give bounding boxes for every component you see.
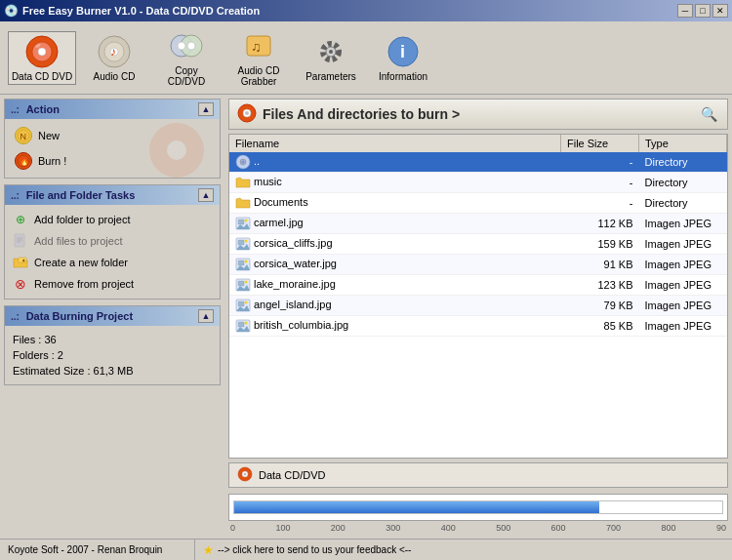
table-row[interactable]: carmel.jpg112 KBImagen JPEG xyxy=(229,214,727,234)
left-panel: ..: Action ▲ xyxy=(0,95,224,539)
files-label: Files : xyxy=(13,334,41,345)
toolbar-data-cd-dvd-label: Data CD DVD xyxy=(12,71,72,82)
svg-point-56 xyxy=(245,301,248,304)
files-count-line: Files : 36 xyxy=(13,334,212,345)
file-name-cell: lake_moraine.jpg xyxy=(229,275,561,296)
file-type-cell: Imagen JPEG xyxy=(639,275,727,296)
svg-point-60 xyxy=(245,322,248,325)
add-folder-task[interactable]: ⊕ Add folder to project xyxy=(11,211,214,228)
progress-track xyxy=(233,500,723,514)
status-left: Koyote Soft - 2007 - Renan Broquin xyxy=(0,540,195,560)
file-size-cell: 112 KB xyxy=(561,214,639,234)
toolbar-parameters-label: Parameters xyxy=(305,71,356,82)
minimize-button[interactable]: ─ xyxy=(677,4,693,18)
table-row[interactable]: corsica_water.jpg91 KBImagen JPEG xyxy=(229,255,727,275)
remove-icon: ⊗ xyxy=(13,276,28,292)
remove-task[interactable]: ⊗ Remove from project xyxy=(11,275,214,293)
new-icon: N xyxy=(15,127,32,144)
svg-text:♪: ♪ xyxy=(110,45,116,59)
burn-label: Burn ! xyxy=(38,155,66,167)
col-type[interactable]: Type xyxy=(639,135,727,152)
table-row[interactable]: british_columbia.jpg85 KBImagen JPEG xyxy=(229,316,727,337)
tasks-section: ..: File and Folder Tasks ▲ ⊕ Add folder… xyxy=(4,184,221,300)
table-row[interactable]: lake_moraine.jpg123 KBImagen JPEG xyxy=(229,275,727,296)
action-content: N New 🔥 Burn ! xyxy=(5,119,220,178)
table-row[interactable]: corsica_cliffs.jpg159 KBImagen JPEG xyxy=(229,234,727,255)
create-folder-task[interactable]: ✦ Create a new folder xyxy=(11,254,214,271)
file-type-cell: Directory xyxy=(639,173,727,193)
col-filename[interactable]: Filename xyxy=(229,135,561,152)
right-panel: Files And directories to burn > 🔍 Filena… xyxy=(224,95,732,539)
svg-text:N: N xyxy=(20,132,27,141)
add-folder-label: Add folder to project xyxy=(34,214,130,225)
window-title: Free Easy Burner V1.0 - Data CD/DVD Crea… xyxy=(22,5,260,17)
col-filesize[interactable]: File Size xyxy=(561,135,639,152)
table-row[interactable]: angel_island.jpg79 KBImagen JPEG xyxy=(229,296,727,316)
folders-count-line: Folders : 2 xyxy=(13,349,212,361)
svg-point-52 xyxy=(245,281,248,284)
search-button[interactable]: 🔍 xyxy=(698,103,719,125)
tasks-collapse-btn[interactable]: ▲ xyxy=(198,188,214,202)
table-row[interactable]: Documents-Directory xyxy=(229,193,727,214)
svg-rect-54 xyxy=(238,301,244,306)
toolbar-parameters[interactable]: Parameters xyxy=(297,31,365,85)
toolbar-audio-cd[interactable]: ♪ Audio CD xyxy=(80,31,148,85)
maximize-button[interactable]: □ xyxy=(695,4,711,18)
disc-label-bar: Data CD/DVD xyxy=(228,462,728,488)
file-type-cell: Imagen JPEG xyxy=(639,214,727,234)
project-title: Data Burning Project xyxy=(26,310,133,322)
tasks-content: ⊕ Add folder to project Add fi xyxy=(5,205,220,299)
table-row[interactable]: ..-Directory xyxy=(229,152,727,173)
file-type-cell: Directory xyxy=(639,152,727,173)
new-label: New xyxy=(38,130,60,141)
file-name-cell: Documents xyxy=(229,193,561,214)
file-size-cell: 123 KB xyxy=(561,275,639,296)
music-icon: ♪ xyxy=(97,34,132,69)
file-name-cell: corsica_cliffs.jpg xyxy=(229,234,561,255)
file-type-cell: Imagen JPEG xyxy=(639,234,727,255)
close-button[interactable]: ✕ xyxy=(712,4,728,18)
file-type-cell: Imagen JPEG xyxy=(639,296,727,316)
files-header: Files And directories to burn > 🔍 xyxy=(228,99,728,130)
status-right-text: --> click here to send to us your feedba… xyxy=(218,544,411,555)
action-title: Action xyxy=(26,103,60,115)
folders-value: 2 xyxy=(58,349,63,361)
file-size-cell: - xyxy=(561,173,639,193)
toolbar-information[interactable]: i Information xyxy=(369,31,437,85)
svg-point-16 xyxy=(329,50,333,54)
tasks-header[interactable]: ..: File and Folder Tasks ▲ xyxy=(5,185,220,205)
action-header[interactable]: ..: Action ▲ xyxy=(5,100,220,119)
file-name-cell: corsica_water.jpg xyxy=(229,255,561,275)
add-files-icon xyxy=(13,233,28,249)
toolbar-audio-grabber[interactable]: ♫ Audio CD Grabber xyxy=(224,25,293,90)
file-name-cell: angel_island.jpg xyxy=(229,296,561,316)
action-collapse-btn[interactable]: ▲ xyxy=(198,102,214,116)
status-right[interactable]: ★ --> click here to send to us your feed… xyxy=(195,541,419,559)
table-row[interactable]: music-Directory xyxy=(229,173,727,193)
project-header[interactable]: ..: Data Burning Project ▲ xyxy=(5,306,220,326)
remove-label: Remove from project xyxy=(34,278,134,290)
files-value: 36 xyxy=(44,334,56,345)
toolbar-copy-cd-dvd[interactable]: Copy CD/DVD xyxy=(152,25,221,90)
music-note-icon: ♫ xyxy=(241,28,276,63)
tasks-title: File and Folder Tasks xyxy=(26,189,136,201)
file-name-cell: .. xyxy=(229,152,561,173)
svg-point-36 xyxy=(242,161,245,164)
burn-action-item[interactable]: 🔥 Burn ! xyxy=(11,150,214,172)
project-content: Files : 36 Folders : 2 Estimated Size : … xyxy=(5,326,220,384)
file-size-cell: 159 KB xyxy=(561,234,639,255)
toolbar-copy-cd-dvd-label: Copy CD/DVD xyxy=(155,65,218,87)
disc-label: Data CD/DVD xyxy=(259,469,325,481)
toolbar-data-cd-dvd[interactable]: Data CD DVD xyxy=(8,31,76,85)
disc-icon xyxy=(24,34,60,69)
progress-area xyxy=(228,494,728,521)
project-section: ..: Data Burning Project ▲ Files : 36 Fo… xyxy=(4,305,221,385)
content-area: ..: Action ▲ xyxy=(0,95,732,539)
new-action-item[interactable]: N New xyxy=(11,125,214,146)
file-list[interactable]: Filename File Size Type ..-Directory mus… xyxy=(228,134,728,459)
toolbar-audio-cd-label: Audio CD xyxy=(94,71,136,82)
svg-rect-58 xyxy=(238,322,244,327)
project-collapse-btn[interactable]: ▲ xyxy=(198,309,214,323)
svg-point-40 xyxy=(245,220,248,222)
title-bar: 💿 Free Easy Burner V1.0 - Data CD/DVD Cr… xyxy=(0,0,732,21)
